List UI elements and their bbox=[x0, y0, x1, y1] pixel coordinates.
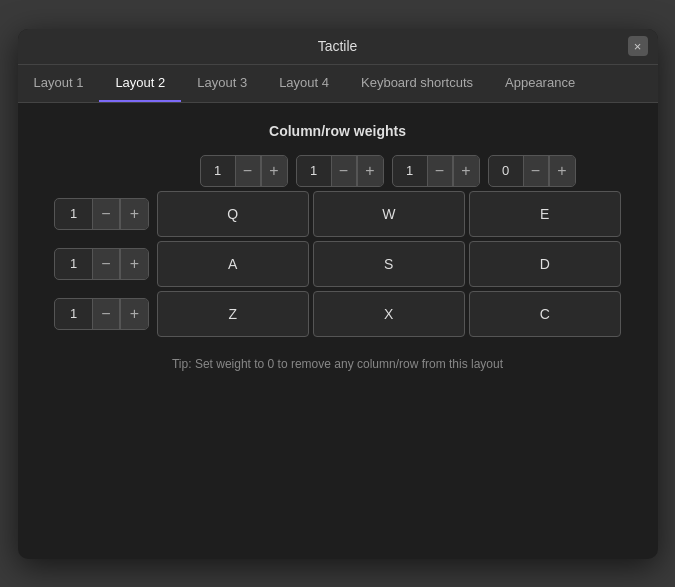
tab-layout2[interactable]: Layout 2 bbox=[99, 65, 181, 102]
tab-layout4[interactable]: Layout 4 bbox=[263, 65, 345, 102]
col-weight-3-value: 1 bbox=[393, 157, 427, 184]
grid-row-3: 1 − + Z X C bbox=[54, 291, 621, 337]
col-weight-3-minus[interactable]: − bbox=[427, 156, 453, 186]
col-weight-2-plus[interactable]: + bbox=[357, 156, 383, 186]
cell-c: C bbox=[469, 291, 621, 337]
row-weight-2-value: 1 bbox=[55, 250, 92, 277]
col-weight-3: 1 − + bbox=[392, 155, 480, 187]
col-weight-4: 0 − + bbox=[488, 155, 576, 187]
row-weight-2: 1 − + bbox=[54, 248, 149, 280]
grid-row-1: 1 − + Q W E bbox=[54, 191, 621, 237]
cell-s: S bbox=[313, 241, 465, 287]
window-title: Tactile bbox=[318, 38, 358, 54]
cell-a: A bbox=[157, 241, 309, 287]
row-weight-3-plus[interactable]: + bbox=[120, 299, 148, 329]
tab-appearance[interactable]: Appearance bbox=[489, 65, 591, 102]
col-weight-4-plus[interactable]: + bbox=[549, 156, 575, 186]
col-weight-4-value: 0 bbox=[489, 157, 523, 184]
col-weight-1: 1 − + bbox=[200, 155, 288, 187]
cell-x: X bbox=[313, 291, 465, 337]
cell-q: Q bbox=[157, 191, 309, 237]
weights-area: 1 − + 1 − + 1 − + 0 bbox=[42, 155, 634, 371]
row-weight-1: 1 − + bbox=[54, 198, 149, 230]
cell-z: Z bbox=[157, 291, 309, 337]
col-weight-4-minus[interactable]: − bbox=[523, 156, 549, 186]
row-weight-3-value: 1 bbox=[55, 300, 92, 327]
tab-layout1[interactable]: Layout 1 bbox=[18, 65, 100, 102]
row-weight-3-minus[interactable]: − bbox=[92, 299, 120, 329]
content-area: Column/row weights 1 − + 1 − + 1 bbox=[18, 103, 658, 559]
grid-row-2: 1 − + A S D bbox=[54, 241, 621, 287]
col-weight-2-minus[interactable]: − bbox=[331, 156, 357, 186]
row-weight-2-minus[interactable]: − bbox=[92, 249, 120, 279]
grid-cells-row-1: Q W E bbox=[157, 191, 621, 237]
titlebar: Tactile × bbox=[18, 29, 658, 65]
row-weight-2-plus[interactable]: + bbox=[120, 249, 148, 279]
tab-bar: Layout 1 Layout 2 Layout 3 Layout 4 Keyb… bbox=[18, 65, 658, 103]
tab-keyboard-shortcuts[interactable]: Keyboard shortcuts bbox=[345, 65, 489, 102]
col-weight-1-value: 1 bbox=[201, 157, 235, 184]
grid-cells-row-2: A S D bbox=[157, 241, 621, 287]
col-weight-1-plus[interactable]: + bbox=[261, 156, 287, 186]
grid-cells-row-3: Z X C bbox=[157, 291, 621, 337]
section-title: Column/row weights bbox=[42, 123, 634, 139]
close-button[interactable]: × bbox=[628, 36, 648, 56]
col-weight-1-minus[interactable]: − bbox=[235, 156, 261, 186]
col-weight-2: 1 − + bbox=[296, 155, 384, 187]
cell-w: W bbox=[313, 191, 465, 237]
row-weight-1-plus[interactable]: + bbox=[120, 199, 148, 229]
row-weight-3: 1 − + bbox=[54, 298, 149, 330]
cell-e: E bbox=[469, 191, 621, 237]
main-window: Tactile × Layout 1 Layout 2 Layout 3 Lay… bbox=[18, 29, 658, 559]
row-weight-1-value: 1 bbox=[55, 200, 92, 227]
tab-layout3[interactable]: Layout 3 bbox=[181, 65, 263, 102]
col-weight-2-value: 1 bbox=[297, 157, 331, 184]
cell-d: D bbox=[469, 241, 621, 287]
row-weight-1-minus[interactable]: − bbox=[92, 199, 120, 229]
col-weights-row: 1 − + 1 − + 1 − + 0 bbox=[200, 155, 576, 187]
col-weight-3-plus[interactable]: + bbox=[453, 156, 479, 186]
tip-text: Tip: Set weight to 0 to remove any colum… bbox=[172, 357, 503, 371]
